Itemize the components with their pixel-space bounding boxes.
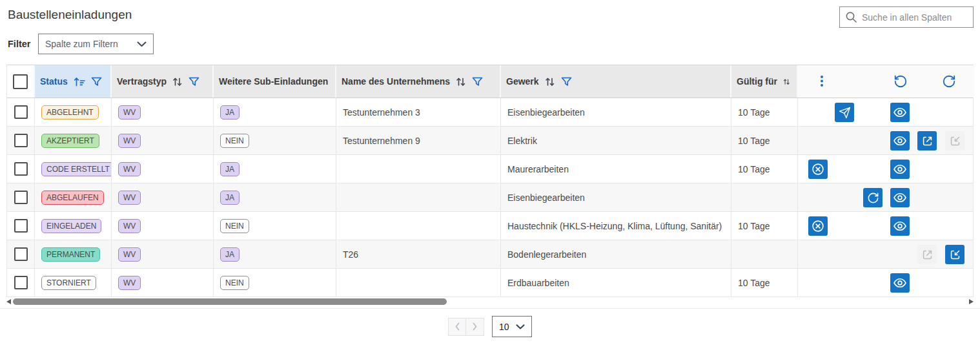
filter-funnel-icon[interactable] xyxy=(561,77,572,87)
row-checkbox[interactable] xyxy=(14,247,28,261)
chevron-left-icon xyxy=(454,322,460,331)
gewerk-cell: Maurerarbeiten xyxy=(501,155,731,183)
filter-funnel-icon[interactable] xyxy=(472,77,483,87)
column-header-actions xyxy=(798,65,974,98)
sort-icon[interactable] xyxy=(545,77,555,87)
sort-icon[interactable] xyxy=(456,77,466,87)
status-badge: EINGELADEN xyxy=(41,219,101,233)
status-badge: AKZEPTIERT xyxy=(41,134,99,148)
expand-button[interactable] xyxy=(917,131,937,151)
eye-icon xyxy=(893,276,907,290)
send-invitation-button[interactable] xyxy=(835,103,854,122)
row-checkbox[interactable] xyxy=(14,134,28,147)
page-size-select[interactable]: 10 xyxy=(492,316,532,337)
sort-icon[interactable] xyxy=(172,77,183,87)
horizontal-scrollbar[interactable] xyxy=(6,297,974,306)
table-row: STORNIERT WV NEIN Erdbauarbeiten 10 Tage xyxy=(7,269,973,297)
scroll-left-icon[interactable] xyxy=(6,299,11,304)
status-badge: ABGELAUFEN xyxy=(41,191,104,205)
prev-page-button[interactable] xyxy=(448,318,466,336)
cancel-invitation-button[interactable] xyxy=(808,160,828,179)
row-checkbox[interactable] xyxy=(14,162,28,176)
column-header-status[interactable]: Status xyxy=(35,65,112,98)
eye-icon xyxy=(893,105,907,120)
undo-icon xyxy=(893,74,908,88)
renew-icon xyxy=(867,192,879,204)
view-button[interactable] xyxy=(890,160,910,179)
select-all-checkbox[interactable] xyxy=(13,74,28,89)
sub-einladungen-badge: NEIN xyxy=(220,134,249,148)
search-input[interactable] xyxy=(862,12,968,23)
cancel-circle-icon xyxy=(811,219,825,233)
renew-invitation-button[interactable] xyxy=(863,188,883,207)
column-label: Name des Unternehmens xyxy=(342,76,450,87)
column-label: Weitere Sub-Einladungen xyxy=(219,76,328,87)
vertragstyp-badge: WV xyxy=(118,276,141,290)
collapse-button-disabled xyxy=(945,131,965,151)
scrollbar-thumb[interactable] xyxy=(13,298,447,305)
company-name-cell: Testunternehmen 3 xyxy=(336,98,501,126)
sub-einladungen-badge: NEIN xyxy=(220,276,249,290)
column-header-sub-einladungen[interactable]: Weitere Sub-Einladungen xyxy=(214,65,336,98)
row-checkbox[interactable] xyxy=(14,105,28,119)
row-checkbox[interactable] xyxy=(14,276,28,289)
status-badge: STORNIERT xyxy=(41,276,96,290)
eye-icon xyxy=(893,134,907,148)
column-header-gueltig-fuer[interactable]: Gültig für xyxy=(731,65,798,98)
redo-button[interactable] xyxy=(942,74,956,88)
view-button[interactable] xyxy=(890,273,910,293)
column-menu-button[interactable] xyxy=(820,75,824,87)
kebab-icon xyxy=(820,75,824,87)
gewerk-cell: Bodenlegerarbeiten xyxy=(501,240,731,268)
invitations-table: Status Vertragstyp Weitere Sub-Einladung… xyxy=(6,65,974,297)
column-header-unternehmen[interactable]: Name des Unternehmens xyxy=(336,65,501,98)
view-button[interactable] xyxy=(890,103,910,122)
filter-funnel-icon[interactable] xyxy=(91,77,102,87)
filter-funnel-icon[interactable] xyxy=(189,77,199,87)
cancel-invitation-button[interactable] xyxy=(808,216,828,236)
view-button[interactable] xyxy=(890,216,910,236)
company-name-cell: Testunternehmen 9 xyxy=(336,127,501,154)
gueltig-cell: 10 Tage xyxy=(731,212,798,240)
sort-icon[interactable] xyxy=(783,77,790,87)
gewerk-cell: Eisenbiegearbeiten xyxy=(501,98,731,126)
column-header-gewerk[interactable]: Gewerk xyxy=(501,65,731,98)
sub-einladungen-badge: JA xyxy=(220,162,240,176)
vertragstyp-badge: WV xyxy=(118,134,141,148)
gueltig-cell: 10 Tage xyxy=(731,155,798,183)
search-icon xyxy=(845,11,857,23)
status-badge: ABGELEHNT xyxy=(41,105,99,120)
vertragstyp-badge: WV xyxy=(118,105,141,120)
next-page-button[interactable] xyxy=(466,318,484,336)
scroll-right-icon[interactable] xyxy=(969,299,974,304)
filter-label: Filter xyxy=(8,39,30,49)
column-header-vertragstyp[interactable]: Vertragstyp xyxy=(112,65,214,98)
column-label: Gewerk xyxy=(506,76,539,87)
row-checkbox[interactable] xyxy=(14,219,28,233)
chevron-down-icon xyxy=(516,324,525,329)
undo-button[interactable] xyxy=(893,74,908,88)
gewerk-cell: Haustechnik (HKLS-Heizung, Klima, Lüftun… xyxy=(501,212,731,240)
company-name-cell xyxy=(336,183,501,211)
sort-ascending-icon[interactable] xyxy=(74,77,85,87)
table-row: AKZEPTIERT WV NEIN Testunternehmen 9 Ele… xyxy=(7,127,973,155)
table-row: ABGELEHNT WV JA Testunternehmen 3 Eisenb… xyxy=(7,98,973,127)
cancel-circle-icon xyxy=(811,162,825,176)
row-checkbox[interactable] xyxy=(14,191,28,204)
status-badge: CODE ERSTELLT xyxy=(41,162,112,176)
column-label: Vertragstyp xyxy=(117,76,167,87)
collapse-button[interactable] xyxy=(945,245,965,264)
vertragstyp-badge: WV xyxy=(118,162,141,176)
company-name-cell: T26 xyxy=(336,240,501,268)
table-row: ABGELAUFEN WV JA Eisenbiegearbeiten xyxy=(7,183,973,212)
company-name-cell xyxy=(336,155,501,183)
eye-icon xyxy=(893,219,907,233)
view-button[interactable] xyxy=(890,188,910,207)
company-name-cell xyxy=(336,212,501,240)
global-search[interactable] xyxy=(839,6,974,28)
filter-select-value: Spalte zum Filtern xyxy=(45,39,118,49)
filter-column-select[interactable]: Spalte zum Filtern xyxy=(38,34,154,54)
view-button[interactable] xyxy=(890,131,910,151)
redo-icon xyxy=(942,74,956,88)
expand-button-disabled xyxy=(917,245,937,264)
